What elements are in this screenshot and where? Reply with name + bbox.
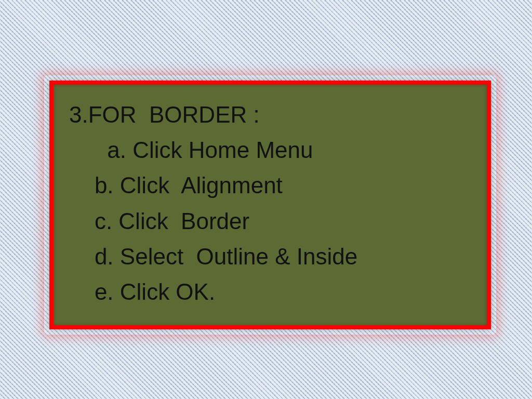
slide-background: 3.FOR BORDER : a. Click Home Menu b. Cli… bbox=[0, 0, 532, 399]
instruction-heading: 3.FOR BORDER : bbox=[69, 97, 471, 132]
instruction-step-d: d. Select Outline & Inside bbox=[69, 239, 471, 274]
instruction-box: 3.FOR BORDER : a. Click Home Menu b. Cli… bbox=[49, 81, 491, 329]
instruction-step-c: c. Click Border bbox=[69, 204, 471, 239]
instruction-step-b: b. Click Alignment bbox=[69, 168, 471, 203]
content-glow: 3.FOR BORDER : a. Click Home Menu b. Cli… bbox=[44, 75, 496, 335]
instruction-step-a: a. Click Home Menu bbox=[69, 132, 471, 168]
instruction-step-e: e. Click OK. bbox=[69, 274, 471, 310]
